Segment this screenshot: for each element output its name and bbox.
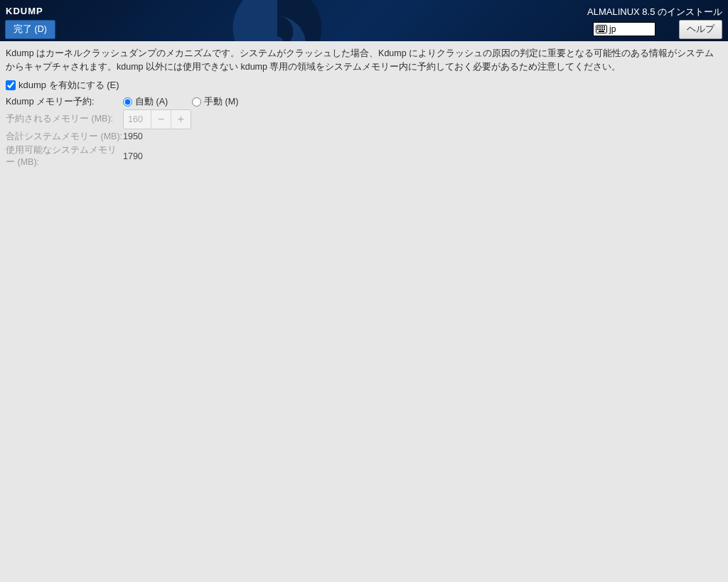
total-memory-label: 合計システムメモリー (MB): [6,131,123,143]
memory-reservation-label: Kdump メモリー予約: [6,96,123,108]
content-area: Kdump はカーネルクラッシュダンプのメカニズムです。システムがクラッシュした… [0,41,728,174]
svg-rect-3 [599,26,601,28]
total-memory-value: 1950 [123,131,722,141]
svg-rect-5 [604,26,605,28]
usable-memory-value: 1790 [123,151,722,161]
memory-reservation-radio-group: 自動 (A) 手動 (M) [123,96,722,108]
help-button[interactable]: ヘルプ [679,20,722,39]
brand-swirl-icon [220,0,334,41]
svg-rect-4 [601,26,603,28]
page-title: KDUMP [6,6,43,16]
memory-reservation-auto-radio[interactable] [123,97,132,107]
memory-reservation-auto-label: 自動 (A) [135,96,168,108]
svg-rect-7 [599,28,601,30]
reserved-memory-decrement-button: − [151,110,171,129]
svg-rect-10 [599,31,604,32]
svg-rect-9 [604,28,605,30]
reserved-memory-spinner: − + [123,109,191,129]
reserved-memory-increment-button: + [171,110,191,129]
memory-reservation-manual-radio[interactable] [192,97,201,107]
usable-memory-label: 使用可能なシステムメモリー (MB): [6,144,123,168]
enable-kdump-label: kdump を有効にする (E) [18,79,119,92]
keyboard-layout-label: jp [609,24,616,34]
memory-reservation-manual-label: 手動 (M) [204,96,238,108]
svg-rect-6 [597,28,599,30]
keyboard-layout-selector[interactable]: jp [593,22,655,36]
kdump-description: Kdump はカーネルクラッシュダンプのメカニズムです。システムがクラッシュした… [6,47,722,75]
svg-point-0 [233,0,322,41]
keyboard-icon [596,25,607,33]
install-title: ALMALINUX 8.5 のインストール [587,6,722,18]
done-button[interactable]: 完了 (D) [5,20,55,39]
reserved-memory-input [124,110,151,129]
svg-rect-2 [597,26,599,28]
header: KDUMP 完了 (D) ALMALINUX 8.5 のインストール jp ヘル… [0,0,728,41]
enable-kdump-checkbox[interactable] [6,80,16,90]
svg-rect-8 [601,28,603,30]
reserved-memory-label: 予約されるメモリー (MB): [6,113,123,125]
